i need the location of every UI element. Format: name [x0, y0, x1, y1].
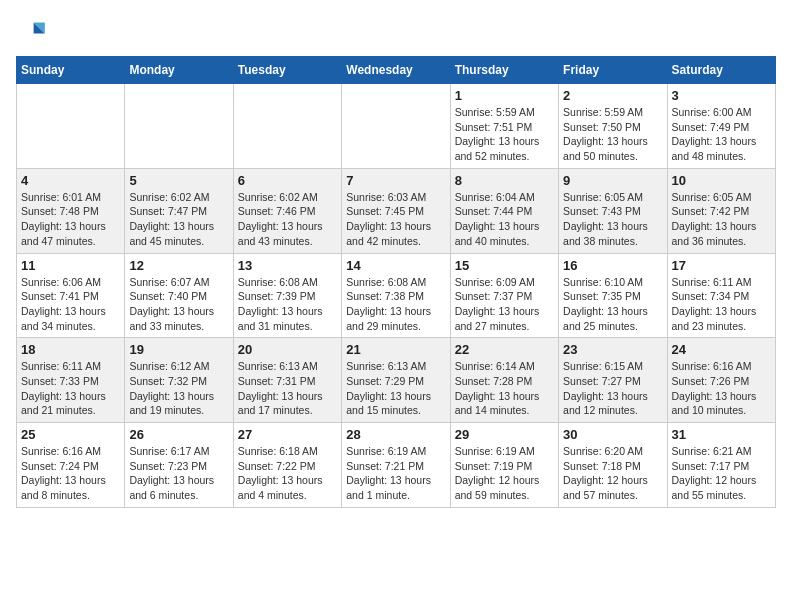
day-number: 12 [129, 258, 228, 273]
calendar-header-row: SundayMondayTuesdayWednesdayThursdayFrid… [17, 57, 776, 84]
calendar-cell: 3Sunrise: 6:00 AM Sunset: 7:49 PM Daylig… [667, 84, 775, 169]
calendar-week-5: 25Sunrise: 6:16 AM Sunset: 7:24 PM Dayli… [17, 423, 776, 508]
day-info: Sunrise: 6:16 AM Sunset: 7:24 PM Dayligh… [21, 444, 120, 503]
day-info: Sunrise: 5:59 AM Sunset: 7:51 PM Dayligh… [455, 105, 554, 164]
page-header [16, 16, 776, 48]
day-info: Sunrise: 6:20 AM Sunset: 7:18 PM Dayligh… [563, 444, 662, 503]
calendar-cell: 24Sunrise: 6:16 AM Sunset: 7:26 PM Dayli… [667, 338, 775, 423]
day-number: 7 [346, 173, 445, 188]
calendar-week-2: 4Sunrise: 6:01 AM Sunset: 7:48 PM Daylig… [17, 168, 776, 253]
day-number: 4 [21, 173, 120, 188]
calendar-cell: 2Sunrise: 5:59 AM Sunset: 7:50 PM Daylig… [559, 84, 667, 169]
day-info: Sunrise: 6:05 AM Sunset: 7:42 PM Dayligh… [672, 190, 771, 249]
day-number: 25 [21, 427, 120, 442]
calendar-cell: 23Sunrise: 6:15 AM Sunset: 7:27 PM Dayli… [559, 338, 667, 423]
calendar-cell: 30Sunrise: 6:20 AM Sunset: 7:18 PM Dayli… [559, 423, 667, 508]
day-info: Sunrise: 6:12 AM Sunset: 7:32 PM Dayligh… [129, 359, 228, 418]
header-thursday: Thursday [450, 57, 558, 84]
day-number: 19 [129, 342, 228, 357]
day-number: 8 [455, 173, 554, 188]
calendar-cell [125, 84, 233, 169]
calendar-cell: 10Sunrise: 6:05 AM Sunset: 7:42 PM Dayli… [667, 168, 775, 253]
day-number: 17 [672, 258, 771, 273]
day-info: Sunrise: 6:00 AM Sunset: 7:49 PM Dayligh… [672, 105, 771, 164]
day-number: 1 [455, 88, 554, 103]
calendar-cell: 27Sunrise: 6:18 AM Sunset: 7:22 PM Dayli… [233, 423, 341, 508]
calendar-cell: 16Sunrise: 6:10 AM Sunset: 7:35 PM Dayli… [559, 253, 667, 338]
header-tuesday: Tuesday [233, 57, 341, 84]
day-info: Sunrise: 6:08 AM Sunset: 7:39 PM Dayligh… [238, 275, 337, 334]
calendar-cell: 19Sunrise: 6:12 AM Sunset: 7:32 PM Dayli… [125, 338, 233, 423]
day-info: Sunrise: 6:05 AM Sunset: 7:43 PM Dayligh… [563, 190, 662, 249]
day-number: 15 [455, 258, 554, 273]
day-info: Sunrise: 6:08 AM Sunset: 7:38 PM Dayligh… [346, 275, 445, 334]
day-number: 11 [21, 258, 120, 273]
header-sunday: Sunday [17, 57, 125, 84]
day-number: 18 [21, 342, 120, 357]
day-number: 24 [672, 342, 771, 357]
calendar-cell: 9Sunrise: 6:05 AM Sunset: 7:43 PM Daylig… [559, 168, 667, 253]
calendar-week-3: 11Sunrise: 6:06 AM Sunset: 7:41 PM Dayli… [17, 253, 776, 338]
day-info: Sunrise: 6:15 AM Sunset: 7:27 PM Dayligh… [563, 359, 662, 418]
calendar-table: SundayMondayTuesdayWednesdayThursdayFrid… [16, 56, 776, 508]
calendar-cell: 7Sunrise: 6:03 AM Sunset: 7:45 PM Daylig… [342, 168, 450, 253]
day-number: 29 [455, 427, 554, 442]
day-number: 22 [455, 342, 554, 357]
day-number: 28 [346, 427, 445, 442]
logo [16, 16, 52, 48]
day-info: Sunrise: 6:06 AM Sunset: 7:41 PM Dayligh… [21, 275, 120, 334]
header-friday: Friday [559, 57, 667, 84]
calendar-cell: 6Sunrise: 6:02 AM Sunset: 7:46 PM Daylig… [233, 168, 341, 253]
calendar-cell [342, 84, 450, 169]
day-number: 9 [563, 173, 662, 188]
day-info: Sunrise: 6:04 AM Sunset: 7:44 PM Dayligh… [455, 190, 554, 249]
day-info: Sunrise: 6:11 AM Sunset: 7:33 PM Dayligh… [21, 359, 120, 418]
day-number: 20 [238, 342, 337, 357]
calendar-cell: 14Sunrise: 6:08 AM Sunset: 7:38 PM Dayli… [342, 253, 450, 338]
day-info: Sunrise: 6:13 AM Sunset: 7:29 PM Dayligh… [346, 359, 445, 418]
calendar-cell: 25Sunrise: 6:16 AM Sunset: 7:24 PM Dayli… [17, 423, 125, 508]
day-info: Sunrise: 6:07 AM Sunset: 7:40 PM Dayligh… [129, 275, 228, 334]
day-number: 5 [129, 173, 228, 188]
day-number: 14 [346, 258, 445, 273]
day-number: 13 [238, 258, 337, 273]
calendar-cell: 29Sunrise: 6:19 AM Sunset: 7:19 PM Dayli… [450, 423, 558, 508]
header-monday: Monday [125, 57, 233, 84]
calendar-cell: 28Sunrise: 6:19 AM Sunset: 7:21 PM Dayli… [342, 423, 450, 508]
day-info: Sunrise: 6:09 AM Sunset: 7:37 PM Dayligh… [455, 275, 554, 334]
header-saturday: Saturday [667, 57, 775, 84]
day-number: 10 [672, 173, 771, 188]
day-number: 31 [672, 427, 771, 442]
calendar-cell: 13Sunrise: 6:08 AM Sunset: 7:39 PM Dayli… [233, 253, 341, 338]
day-info: Sunrise: 6:21 AM Sunset: 7:17 PM Dayligh… [672, 444, 771, 503]
calendar-cell: 21Sunrise: 6:13 AM Sunset: 7:29 PM Dayli… [342, 338, 450, 423]
day-info: Sunrise: 6:13 AM Sunset: 7:31 PM Dayligh… [238, 359, 337, 418]
day-number: 16 [563, 258, 662, 273]
day-info: Sunrise: 6:02 AM Sunset: 7:46 PM Dayligh… [238, 190, 337, 249]
day-number: 21 [346, 342, 445, 357]
calendar-cell: 22Sunrise: 6:14 AM Sunset: 7:28 PM Dayli… [450, 338, 558, 423]
logo-icon [16, 16, 48, 48]
calendar-cell: 8Sunrise: 6:04 AM Sunset: 7:44 PM Daylig… [450, 168, 558, 253]
calendar-cell: 15Sunrise: 6:09 AM Sunset: 7:37 PM Dayli… [450, 253, 558, 338]
day-number: 2 [563, 88, 662, 103]
day-info: Sunrise: 6:01 AM Sunset: 7:48 PM Dayligh… [21, 190, 120, 249]
day-info: Sunrise: 6:18 AM Sunset: 7:22 PM Dayligh… [238, 444, 337, 503]
day-number: 30 [563, 427, 662, 442]
day-info: Sunrise: 6:02 AM Sunset: 7:47 PM Dayligh… [129, 190, 228, 249]
calendar-cell: 17Sunrise: 6:11 AM Sunset: 7:34 PM Dayli… [667, 253, 775, 338]
day-info: Sunrise: 6:17 AM Sunset: 7:23 PM Dayligh… [129, 444, 228, 503]
day-number: 26 [129, 427, 228, 442]
calendar-week-1: 1Sunrise: 5:59 AM Sunset: 7:51 PM Daylig… [17, 84, 776, 169]
calendar-cell: 18Sunrise: 6:11 AM Sunset: 7:33 PM Dayli… [17, 338, 125, 423]
calendar-cell [233, 84, 341, 169]
day-info: Sunrise: 6:11 AM Sunset: 7:34 PM Dayligh… [672, 275, 771, 334]
day-info: Sunrise: 6:16 AM Sunset: 7:26 PM Dayligh… [672, 359, 771, 418]
calendar-cell: 12Sunrise: 6:07 AM Sunset: 7:40 PM Dayli… [125, 253, 233, 338]
day-number: 23 [563, 342, 662, 357]
calendar-cell: 31Sunrise: 6:21 AM Sunset: 7:17 PM Dayli… [667, 423, 775, 508]
day-info: Sunrise: 5:59 AM Sunset: 7:50 PM Dayligh… [563, 105, 662, 164]
day-number: 27 [238, 427, 337, 442]
day-info: Sunrise: 6:19 AM Sunset: 7:21 PM Dayligh… [346, 444, 445, 503]
day-info: Sunrise: 6:03 AM Sunset: 7:45 PM Dayligh… [346, 190, 445, 249]
